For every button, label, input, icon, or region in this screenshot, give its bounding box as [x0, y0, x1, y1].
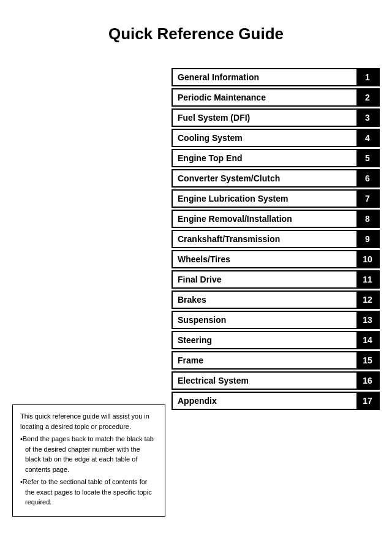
toc-item-number: 5: [356, 150, 379, 166]
toc-item-label: Wheels/Tires: [173, 251, 356, 267]
toc-item-label: Engine Removal/Installation: [173, 211, 356, 227]
toc-item-number: 16: [356, 373, 379, 389]
toc-container: General Information1Periodic Maintenance…: [172, 68, 380, 410]
toc-item-label: Electrical System: [173, 373, 356, 389]
toc-item-label: Engine Lubrication System: [173, 191, 356, 207]
toc-row[interactable]: Electrical System16: [172, 371, 380, 390]
toc-item-label: Engine Top End: [173, 150, 356, 166]
toc-row[interactable]: Suspension13: [172, 311, 380, 329]
toc-item-number: 15: [356, 352, 379, 368]
toc-item-label: Periodic Maintenance: [173, 89, 356, 105]
toc-item-number: 6: [356, 170, 379, 186]
note-bullet-1: •Bend the pages back to match the black …: [20, 434, 157, 474]
toc-row[interactable]: Periodic Maintenance2: [172, 88, 380, 107]
toc-item-label: General Information: [173, 69, 356, 85]
toc-row[interactable]: Final Drive11: [172, 270, 380, 289]
toc-item-label: Fuel System (DFI): [173, 110, 356, 126]
toc-item-label: Appendix: [173, 393, 356, 409]
toc-row[interactable]: Engine Top End5: [172, 149, 380, 167]
note-bullet-2: •Refer to the sectional table of content…: [20, 477, 157, 507]
toc-item-label: Converter System/Clutch: [173, 170, 356, 186]
toc-item-number: 4: [356, 130, 379, 146]
toc-item-number: 2: [356, 89, 379, 105]
toc-row[interactable]: Converter System/Clutch6: [172, 169, 380, 188]
toc-item-number: 1: [356, 69, 379, 85]
toc-row[interactable]: Engine Removal/Installation8: [172, 210, 380, 228]
toc-row[interactable]: Appendix17: [172, 392, 380, 410]
note-text-1: This quick reference guide will assist y…: [20, 411, 157, 431]
toc-item-label: Steering: [173, 332, 356, 348]
page-title: Quick Reference Guide: [0, 0, 392, 62]
toc-row[interactable]: Engine Lubrication System7: [172, 189, 380, 208]
toc-row[interactable]: Wheels/Tires10: [172, 250, 380, 268]
toc-row[interactable]: Cooling System4: [172, 129, 380, 147]
toc-row[interactable]: Crankshaft/Transmission9: [172, 230, 380, 248]
toc-row[interactable]: Frame15: [172, 351, 380, 370]
toc-item-number: 8: [356, 211, 379, 227]
toc-item-number: 17: [356, 393, 379, 409]
toc-item-number: 7: [356, 191, 379, 207]
toc-item-label: Suspension: [173, 312, 356, 328]
toc-item-label: Crankshaft/Transmission: [173, 231, 356, 247]
toc-row[interactable]: General Information1: [172, 68, 380, 86]
toc-item-number: 12: [356, 292, 379, 308]
note-box: This quick reference guide will assist y…: [12, 404, 165, 517]
toc-item-number: 3: [356, 110, 379, 126]
toc-row[interactable]: Brakes12: [172, 290, 380, 309]
toc-item-number: 13: [356, 312, 379, 328]
toc-item-number: 10: [356, 251, 379, 267]
toc-item-number: 9: [356, 231, 379, 247]
toc-row[interactable]: Fuel System (DFI)3: [172, 108, 380, 127]
toc-row[interactable]: Steering14: [172, 331, 380, 349]
toc-item-label: Final Drive: [173, 271, 356, 287]
toc-item-label: Frame: [173, 352, 356, 368]
toc-item-number: 11: [356, 271, 379, 287]
toc-item-label: Cooling System: [173, 130, 356, 146]
toc-item-number: 14: [356, 332, 379, 348]
toc-item-label: Brakes: [173, 292, 356, 308]
